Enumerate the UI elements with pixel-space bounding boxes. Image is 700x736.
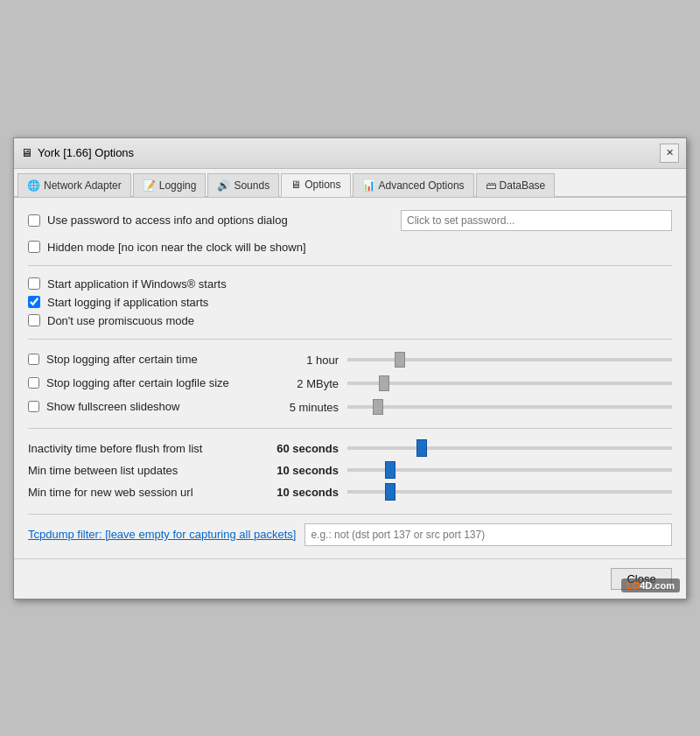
divider-3 [28, 428, 672, 429]
min-session-value: 10 seconds [273, 486, 347, 499]
hidden-mode-checkbox[interactable] [28, 241, 40, 253]
password-input[interactable] [401, 210, 672, 231]
stop-size-row: Stop logging after certain logfile size … [28, 372, 672, 396]
slideshow-row: Show fullscreen slideshow 5 minutes [28, 396, 672, 419]
min-update-row: Min time between list updates 10 seconds [28, 459, 672, 481]
filter-section: Tcpdump filter: [leave empty for capturi… [28, 514, 672, 546]
watermark: LO4D.com [621, 578, 680, 592]
network-adapter-icon: 🌐 [27, 179, 40, 192]
min-session-slider-container [347, 490, 672, 494]
inactivity-row: Inactivity time before flush from list 6… [28, 438, 672, 459]
database-icon: 🗃 [486, 179, 496, 192]
start-app-row: Start application if Windows® starts [28, 275, 672, 293]
stop-size-checkbox[interactable] [28, 377, 39, 389]
stop-time-value: 1 hour [273, 354, 347, 367]
stop-time-label: Stop logging after certain time [46, 353, 198, 366]
tab-sounds[interactable]: 🔊 Sounds [207, 173, 279, 197]
filter-input[interactable] [304, 523, 672, 546]
start-logging-checkbox[interactable] [28, 296, 40, 308]
start-logging-row: Start logging if application starts [28, 293, 672, 312]
title-bar: 🖥 York [1.66] Options ✕ [14, 138, 686, 169]
start-logging-label: Start logging if application starts [47, 296, 208, 309]
tab-sounds-label: Sounds [234, 179, 270, 192]
hidden-mode-label: Hidden mode [no icon near the clock will… [47, 241, 306, 254]
stop-time-checkbox[interactable] [28, 354, 39, 365]
hidden-mode-row: Hidden mode [no icon near the clock will… [28, 238, 672, 256]
stop-time-checkbox-wrap: Stop logging after certain time [28, 353, 273, 368]
sounds-icon: 🔊 [217, 179, 230, 192]
divider-2 [28, 339, 672, 340]
divider-1 [28, 265, 672, 266]
min-session-row: Min time for new web session url 10 seco… [28, 481, 672, 503]
min-session-label: Min time for new web session url [28, 486, 193, 499]
no-promiscuous-row: Don't use promiscuous mode [28, 312, 672, 330]
stop-size-label: Stop logging after certain logfile size [46, 376, 229, 389]
start-app-checkbox[interactable] [28, 277, 40, 290]
inactivity-label: Inactivity time before flush from list [28, 442, 202, 455]
min-update-value: 10 seconds [273, 464, 347, 477]
options-icon: 🖥 [290, 179, 301, 191]
inactivity-value: 60 seconds [273, 442, 347, 455]
stop-time-row: Stop logging after certain time 1 hour [28, 348, 672, 372]
min-update-slider-container [347, 468, 672, 472]
slideshow-checkbox[interactable] [28, 401, 39, 412]
password-row: Use password to access info and options … [28, 210, 672, 231]
advanced-options-icon: 📊 [362, 179, 375, 192]
password-checkbox-row: Use password to access info and options … [28, 211, 288, 229]
window-title: York [1.66] Options [38, 146, 134, 159]
close-window-button[interactable]: ✕ [660, 144, 679, 163]
logging-icon: 📝 [143, 179, 156, 192]
main-window: 🖥 York [1.66] Options ✕ 🌐 Network Adapte… [13, 137, 687, 599]
content-area: Use password to access info and options … [14, 198, 686, 558]
slideshow-value: 5 minutes [273, 401, 347, 414]
slideshow-checkbox-wrap: Show fullscreen slideshow [28, 400, 273, 415]
tab-advanced-options-label: Advanced Options [379, 179, 465, 192]
min-session-slider[interactable] [347, 490, 672, 494]
password-label: Use password to access info and options … [47, 214, 288, 227]
footer: Close [14, 558, 686, 599]
title-icon: 🖥 [21, 146, 32, 159]
slideshow-label: Show fullscreen slideshow [46, 400, 179, 413]
tab-logging-label: Logging [159, 179, 197, 192]
stop-time-slider-container [347, 358, 672, 361]
stop-size-slider-container [347, 382, 672, 385]
stop-time-slider[interactable] [347, 358, 672, 361]
stop-size-slider[interactable] [347, 382, 672, 385]
tab-bar: 🌐 Network Adapter 📝 Logging 🔊 Sounds 🖥 O… [14, 169, 686, 198]
stop-size-value: 2 MByte [273, 377, 347, 390]
tab-database-label: DataBase [500, 179, 546, 192]
min-update-slider[interactable] [347, 468, 672, 472]
start-app-label: Start application if Windows® starts [47, 277, 227, 291]
inactivity-slider-container [347, 446, 672, 450]
tab-logging[interactable]: 📝 Logging [133, 173, 206, 197]
inactivity-slider[interactable] [347, 446, 672, 450]
filter-link[interactable]: Tcpdump filter: [leave empty for capturi… [28, 528, 296, 541]
tab-network-adapter-label: Network Adapter [44, 179, 122, 192]
tab-network-adapter[interactable]: 🌐 Network Adapter [18, 173, 131, 197]
no-promiscuous-label: Don't use promiscuous mode [47, 314, 194, 327]
stop-size-checkbox-wrap: Stop logging after certain logfile size [28, 376, 273, 391]
tab-database[interactable]: 🗃 DataBase [476, 173, 556, 197]
tab-options[interactable]: 🖥 Options [281, 173, 350, 197]
min-update-label: Min time between list updates [28, 464, 178, 477]
tab-advanced-options[interactable]: 📊 Advanced Options [353, 173, 474, 197]
slideshow-slider-container [347, 405, 672, 409]
password-checkbox[interactable] [28, 214, 40, 227]
slideshow-slider[interactable] [347, 405, 672, 409]
no-promiscuous-checkbox[interactable] [28, 314, 40, 326]
tab-options-label: Options [304, 179, 340, 191]
